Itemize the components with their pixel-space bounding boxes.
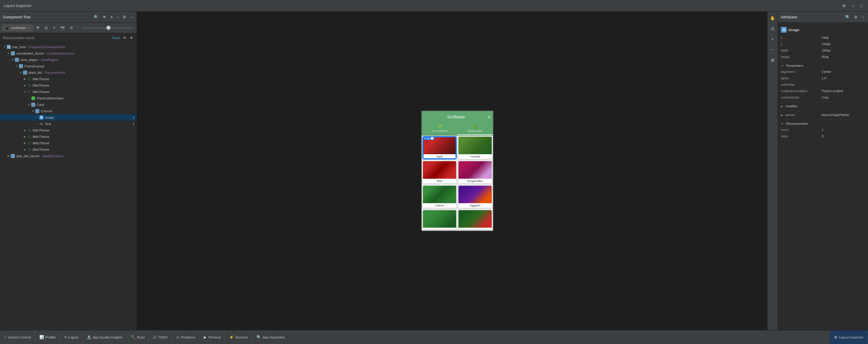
left-panel: Component Tree 🔍 👁 ≡ ↕ ⚙ − 📱 sunflower ▼…	[0, 12, 137, 330]
layer-slider[interactable]	[82, 27, 134, 29]
tree-item-plantlistitem[interactable]: — PlantListItemView	[0, 95, 137, 101]
mdctheme1-icon: ⬡	[27, 77, 31, 81]
eye-tool-btn[interactable]: 👁	[35, 25, 41, 31]
tree-item-framelayout[interactable]: ▼ FrameLayout	[0, 63, 137, 69]
app-selector[interactable]: 📱 sunflower ▼	[2, 25, 33, 31]
refresh-btn[interactable]: ↺	[68, 25, 74, 31]
attr-key-colorFilter: colorFilter	[781, 83, 822, 86]
status-services[interactable]: ⚡ Services	[225, 330, 252, 344]
plant-img-unknown2	[459, 210, 492, 228]
tree-item-mdctheme-1[interactable]: ▶ ⬡ MdcTheme	[0, 76, 137, 82]
status-version-control[interactable]: ⑂ Version Control	[0, 330, 35, 344]
status-layout-inspector[interactable]: ⊞ Layout Inspector	[830, 330, 868, 344]
recomposition-section[interactable]: ▼ Recomposition	[778, 121, 868, 127]
attributes-content: 🖼 Image x 24dp y 334dp width 169dp heigh…	[778, 23, 868, 330]
fit-view-btn[interactable]: ⊞	[769, 56, 777, 64]
image-badge: 1	[128, 116, 134, 119]
filter-icon: ≡	[488, 115, 490, 119]
text-badge: 1	[128, 122, 134, 126]
build-label: Build	[137, 336, 145, 339]
tab-garden[interactable]: 🌱 MY GARDEN	[422, 123, 457, 135]
tree-item-column[interactable]: ▼ Column	[0, 108, 137, 114]
status-app-inspection[interactable]: 🔍 App Inspection	[252, 330, 289, 344]
status-problems[interactable]: ⚠ Problems	[172, 330, 200, 344]
tab-plants[interactable]: 🌿 PLANT LIST	[457, 123, 493, 135]
tree-item-viewpager[interactable]: ▼ view_pager - ViewPager2	[0, 57, 137, 63]
attr-value-x: 24dp	[822, 36, 865, 39]
hand-tool-btn[interactable]: ✋	[769, 14, 777, 22]
plant-name-unknown1	[423, 228, 456, 229]
attr-value-width: 169dp	[822, 49, 865, 52]
layers-tool-btn-2[interactable]: ⊡	[769, 25, 777, 33]
tree-item-nav-host[interactable]: ▼ N nav_host - FragmentContainerView	[0, 44, 137, 50]
status-logcat[interactable]: ≡ Logcat	[60, 330, 83, 344]
zoom-in-btn[interactable]: +	[769, 35, 777, 43]
text-node-icon: Ab	[39, 122, 44, 126]
attr-image-icon: 🖼	[781, 27, 787, 33]
image-icon: 🖼	[39, 115, 44, 120]
tree-item-mdctheme-6[interactable]: ▶ ⬡ MdcTheme	[0, 140, 137, 146]
garden-icon: 🌱	[437, 124, 442, 129]
divider-1	[778, 61, 868, 62]
quality-icon: 🔬	[87, 335, 91, 339]
settings-button[interactable]: ⚙	[840, 3, 847, 9]
device-toolbar: 📱 sunflower ▼ 👁 ⊡ ↗ 📷 ↺	[0, 23, 137, 33]
modifier-section[interactable]: ▶ modifier	[778, 103, 868, 109]
component-tree-title: Component Tree	[3, 15, 31, 19]
attr-value-y: 334dp	[822, 42, 865, 46]
target-icon[interactable]: ⊕	[129, 35, 134, 40]
mdctheme6-icon: ⬡	[27, 141, 31, 146]
collapse-button[interactable]: −	[129, 14, 134, 20]
minimize-button[interactable]: ─	[850, 3, 856, 9]
settings-gear-button[interactable]: ⚙	[122, 14, 127, 20]
tree-item-mdctheme-2[interactable]: ▶ ⬡ MdcTheme	[0, 82, 137, 89]
highlight-badge: 1	[431, 137, 433, 139]
tree-item-card[interactable]: ▼ Card	[0, 101, 137, 108]
inspection-label: App Inspection	[262, 336, 285, 339]
sort-button[interactable]: ↕	[116, 14, 120, 20]
search-button[interactable]: 🔍	[93, 14, 100, 20]
parameters-section[interactable]: ▼ Parameters	[778, 63, 868, 68]
phone-app-title: Sunflower	[425, 115, 488, 119]
tree-item-appbar[interactable]: ▶ app_bar_layout - AppBarLayout	[0, 153, 137, 159]
tree-item-mdctheme-7[interactable]: ▶ ⬡ MdcTheme	[0, 146, 137, 153]
screenshot-btn[interactable]: 📷	[59, 25, 66, 31]
tree-item-mdctheme-3[interactable]: ▼ ⬡ MdcTheme	[0, 89, 137, 95]
status-build[interactable]: 🔨 Build	[127, 330, 149, 344]
recomposition-bar: Recomposition counts Reset ⧉ ⊕	[0, 33, 137, 42]
attr-image-title: Image	[788, 28, 800, 32]
copy-icon[interactable]: ⧉	[122, 35, 127, 40]
tree-item-mdctheme-5[interactable]: ▶ ⬡ MdcTheme	[0, 133, 137, 140]
tree-item-text[interactable]: — Ab Text 1	[0, 121, 137, 127]
tree-item-image[interactable]: — 🖼 Image 1	[0, 114, 137, 121]
logcat-label: Logcat	[68, 336, 79, 339]
status-profiler[interactable]: 📊 Profiler	[35, 330, 60, 344]
modifier-expand-icon: ▶	[781, 105, 783, 108]
attr-row-width: width 169dp	[778, 47, 868, 54]
tree-item-text: Image	[45, 116, 54, 119]
external-link-btn[interactable]: ↗	[51, 25, 57, 31]
restore-button[interactable]: □	[859, 3, 865, 9]
tree-item-coordinator[interactable]: ▼ coordinator_layout - CoordinatorLayout	[0, 50, 137, 57]
status-app-quality[interactable]: 🔬 App Quality Insights	[83, 330, 127, 344]
plant-card-apple: Apple Image 1	[423, 137, 456, 159]
filter-button[interactable]: ≡	[109, 14, 114, 20]
zoom-out-btn[interactable]: −	[769, 45, 777, 54]
phone-app-bar: Sunflower ≡	[422, 111, 493, 123]
terminal-label: Terminal	[208, 336, 221, 339]
layers-tool-btn[interactable]: ⊡	[43, 25, 49, 31]
todo-icon: ☑	[153, 335, 157, 339]
status-terminal[interactable]: ▶ Terminal	[200, 330, 225, 344]
close-attrs-btn[interactable]: −	[861, 14, 865, 20]
plant-name-apple: Apple	[423, 154, 456, 159]
tree-arrow: ▼	[31, 110, 35, 113]
tree-item-mdctheme-4[interactable]: ▶ ⬡ MdcTheme	[0, 127, 137, 133]
tree-arrow: —	[35, 116, 39, 119]
eye-button[interactable]: 👁	[101, 14, 107, 20]
tree-arrow: —	[27, 97, 31, 100]
reset-button[interactable]: Reset	[112, 36, 120, 40]
status-todo[interactable]: ☑ TODO	[149, 330, 172, 344]
tree-item-plantlist[interactable]: ▼ plant_list - RecyclerView	[0, 69, 137, 76]
settings-attrs-btn[interactable]: ⚙	[853, 14, 859, 20]
search-attrs-btn[interactable]: 🔍	[844, 14, 851, 20]
